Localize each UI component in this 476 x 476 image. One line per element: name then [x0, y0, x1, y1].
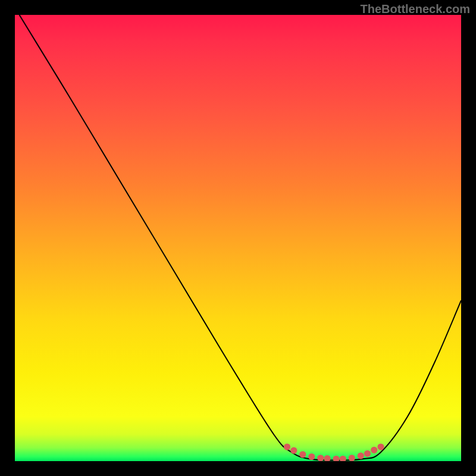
- dot-marker: [377, 443, 384, 450]
- chart-svg: [15, 15, 461, 461]
- watermark-text: TheBottleneck.com: [361, 2, 470, 16]
- dot-marker: [371, 447, 377, 453]
- dot-marker: [340, 456, 346, 461]
- curve-path: [20, 15, 462, 461]
- dot-marker: [349, 455, 355, 461]
- dot-marker: [317, 455, 324, 461]
- dot-marker: [333, 456, 339, 461]
- dot-marker: [299, 451, 306, 458]
- dot-marker: [308, 453, 315, 460]
- dot-marker: [284, 443, 290, 450]
- dot-marker: [324, 455, 330, 461]
- dot-marker: [290, 447, 297, 453]
- plot-area: [15, 15, 461, 461]
- dot-marker: [358, 452, 364, 459]
- dot-marker: [364, 450, 371, 457]
